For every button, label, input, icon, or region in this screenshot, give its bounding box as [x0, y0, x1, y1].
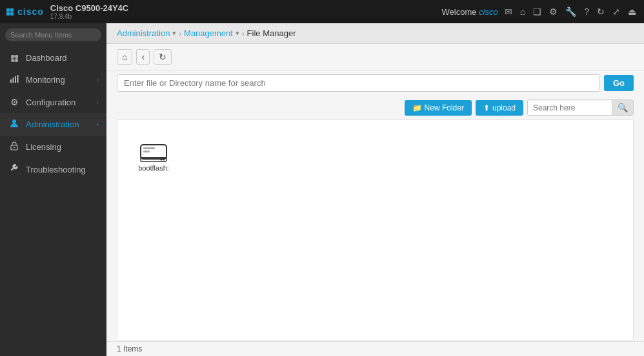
sidebar-item-troubleshooting[interactable]: Troubleshooting [0, 158, 106, 181]
administration-icon [8, 119, 21, 130]
sidebar-item-administration[interactable]: Administration › [0, 113, 106, 136]
sidebar-item-label: Administration [26, 120, 97, 129]
breadcrumb-arrow-1: › [179, 30, 181, 37]
sidebar-item-label: Dashboard [26, 53, 99, 63]
svg-rect-2 [15, 76, 16, 83]
svg-rect-3 [17, 75, 19, 83]
refresh-button[interactable]: ↻ [154, 49, 172, 65]
top-navigation-bar: cisco Cisco C9500-24Y4C 17.9.4b Welcome … [0, 0, 644, 23]
chevron-right-icon: › [97, 121, 99, 128]
hdd-icon [138, 140, 169, 164]
dashboard-icon: ▦ [8, 52, 21, 63]
sidebar-item-licensing[interactable]: Licensing [0, 136, 106, 158]
file-name: bootflash: [138, 164, 169, 172]
svg-point-11 [163, 159, 165, 161]
folder-icon: 📁 [412, 103, 422, 112]
help-icon[interactable]: ? [583, 5, 590, 18]
cisco-logo-area: cisco [6, 6, 44, 17]
sidebar-item-monitoring[interactable]: Monitoring › [0, 68, 106, 91]
sidebar-navigation: ▦ Dashboard Monitoring › ⚙ Configuration… [0, 47, 106, 356]
home-icon[interactable]: ⌂ [519, 5, 527, 18]
search-here-wrap: 🔍 [527, 99, 634, 116]
configuration-icon: ⚙ [8, 97, 21, 107]
file-manager: ⌂ ‹ ↻ Go 📁 New Folder ⬆ upload [106, 44, 644, 356]
settings-icon[interactable]: ⚙ [548, 5, 559, 18]
chevron-right-icon: › [97, 99, 99, 106]
svg-point-10 [161, 159, 163, 161]
breadcrumb-separator-1: ▾ [172, 29, 176, 37]
troubleshooting-icon [8, 164, 21, 175]
content-area: Administration ▾ › Management ▾ › File M… [106, 23, 644, 356]
file-search-input[interactable] [117, 74, 600, 92]
sidebar-item-label: Troubleshooting [26, 165, 99, 174]
status-bar: 1 Items [106, 341, 644, 356]
expand-icon[interactable]: ⤢ [611, 5, 621, 18]
refresh-icon[interactable]: ↻ [596, 5, 606, 18]
items-count: 1 Items [117, 344, 142, 353]
monitoring-icon [8, 74, 21, 85]
file-list: bootflash: [117, 120, 634, 341]
svg-point-6 [14, 147, 15, 149]
breadcrumb-arrow-2: › [242, 30, 245, 37]
sidebar-search-area [0, 23, 106, 47]
breadcrumb-management-link[interactable]: Management [184, 28, 233, 38]
svg-rect-0 [10, 79, 12, 83]
sidebar-item-label: Monitoring [26, 75, 97, 85]
breadcrumb-current-page: File Manager [247, 28, 296, 38]
sidebar: ▦ Dashboard Monitoring › ⚙ Configuration… [0, 23, 106, 356]
mail-icon[interactable]: ✉ [503, 5, 514, 18]
upload-button[interactable]: ⬆ upload [476, 100, 523, 116]
svg-rect-12 [143, 147, 155, 149]
sidebar-item-label: Licensing [26, 142, 99, 152]
svg-point-4 [12, 120, 16, 123]
search-input[interactable] [5, 28, 101, 41]
action-row: 📁 New Folder ⬆ upload 🔍 [106, 96, 644, 120]
breadcrumb: Administration ▾ › Management ▾ › File M… [106, 23, 644, 44]
svg-rect-13 [143, 151, 150, 152]
device-name: Cisco C9500-24Y4C [50, 3, 128, 13]
sidebar-item-label: Configuration [26, 98, 97, 107]
new-folder-button[interactable]: 📁 New Folder [405, 100, 472, 116]
back-button[interactable]: ‹ [136, 49, 150, 65]
cisco-grid-logo [6, 8, 14, 16]
licensing-icon [8, 141, 21, 152]
file-toolbar: ⌂ ‹ ↻ [106, 44, 644, 70]
home-button[interactable]: ⌂ [117, 49, 132, 65]
list-item[interactable]: bootflash: [128, 133, 179, 178]
breadcrumb-separator-2: ▾ [236, 29, 239, 37]
bookmarks-icon[interactable]: ❑ [532, 5, 543, 18]
device-info: Cisco C9500-24Y4C 17.9.4b [50, 3, 128, 20]
upload-icon: ⬆ [483, 103, 490, 112]
svg-rect-1 [13, 78, 14, 83]
go-button[interactable]: Go [604, 75, 634, 91]
file-search-row: Go [106, 70, 644, 96]
main-layout: ▦ Dashboard Monitoring › ⚙ Configuration… [0, 23, 644, 356]
topbar-right-section: Welcome cisco ✉ ⌂ ❑ ⚙ 🔧 ? ↻ ⤢ ⏏ [442, 5, 638, 18]
device-version: 17.9.4b [50, 13, 128, 20]
chevron-right-icon: › [97, 76, 99, 83]
welcome-message: Welcome cisco [442, 7, 498, 17]
search-here-button[interactable]: 🔍 [612, 100, 633, 115]
sidebar-item-dashboard[interactable]: ▦ Dashboard [0, 47, 106, 68]
username: cisco [479, 7, 498, 17]
tools-icon[interactable]: 🔧 [564, 5, 578, 18]
logout-icon[interactable]: ⏏ [627, 5, 638, 18]
sidebar-item-configuration[interactable]: ⚙ Configuration › [0, 91, 106, 113]
breadcrumb-administration-link[interactable]: Administration [117, 28, 170, 38]
search-here-input[interactable] [528, 101, 612, 115]
cisco-text-logo: cisco [17, 6, 44, 17]
